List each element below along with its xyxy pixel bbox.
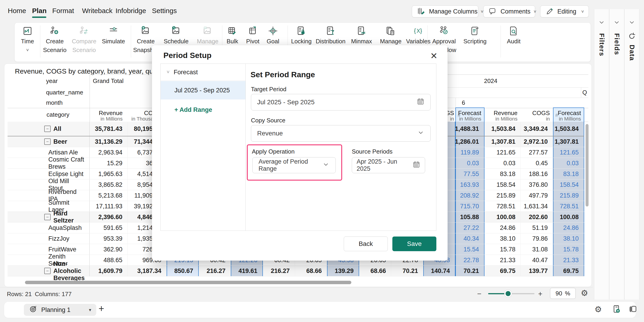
value-cell[interactable]: 79.86 bbox=[521, 233, 553, 244]
value-cell[interactable]: 83.18 bbox=[484, 169, 521, 179]
collapse-chevrons-icon[interactable] bbox=[624, 19, 639, 28]
value-cell[interactable]: 40.47 bbox=[521, 255, 553, 266]
editing-button[interactable]: Editing˅ bbox=[540, 6, 589, 18]
value-cell[interactable]: 100.08 bbox=[553, 212, 584, 222]
ribbon-item-distribution[interactable]: Distribution bbox=[315, 23, 346, 46]
value-cell[interactable]: 21.33 bbox=[484, 255, 521, 266]
save-button[interactable]: Save bbox=[392, 236, 436, 251]
target-period-input[interactable]: Jul 2025 - Sep 2025 bbox=[251, 94, 431, 110]
value-cell[interactable]: 70.21 bbox=[391, 266, 423, 276]
value-cell[interactable]: 497.79 bbox=[521, 190, 553, 201]
value-cell[interactable]: 0.45 bbox=[521, 158, 553, 168]
value-cell[interactable]: 2,963.94 bbox=[90, 147, 128, 158]
zoom-slider-thumb[interactable] bbox=[504, 290, 512, 297]
ribbon-item-goal[interactable]: Goal bbox=[263, 23, 283, 46]
refresh-icon[interactable] bbox=[628, 32, 636, 41]
value-cell[interactable]: 419.61 bbox=[231, 266, 263, 276]
value-cell[interactable]: 215.89 bbox=[484, 190, 521, 201]
value-cell[interactable]: 68.66 bbox=[295, 266, 327, 276]
menu-item-settings[interactable]: Settings bbox=[152, 7, 177, 15]
value-cell[interactable]: 5,213.68 bbox=[90, 190, 128, 201]
value-cell[interactable]: 1,609.79 bbox=[90, 266, 128, 276]
side-panel-tab-filters[interactable]: Filters bbox=[594, 9, 609, 300]
value-cell[interactable]: 215.89 bbox=[553, 190, 584, 201]
value-cell[interactable]: 24.86 bbox=[553, 222, 584, 233]
copy-source-select[interactable]: Revenue bbox=[251, 125, 431, 142]
apply-operation-select[interactable]: Average of Period Range bbox=[252, 157, 336, 173]
value-cell[interactable]: 1,503.84 bbox=[553, 122, 584, 136]
ribbon-item-schedule[interactable]: Schedule bbox=[161, 23, 192, 46]
row-name-cell[interactable]: FizzJoy bbox=[8, 233, 90, 244]
value-cell[interactable]: 38.10 bbox=[484, 233, 521, 244]
value-cell[interactable]: 15.78 bbox=[553, 244, 584, 254]
menu-item-format[interactable]: Format bbox=[52, 7, 74, 15]
row-name-cell[interactable]: −All bbox=[8, 122, 90, 136]
collapse-chevrons-icon[interactable] bbox=[594, 19, 609, 28]
value-cell[interactable]: 31,136.29 bbox=[90, 136, 128, 147]
value-cell[interactable]: 21.33 bbox=[553, 255, 584, 266]
value-cell[interactable]: 953.39 bbox=[90, 233, 128, 244]
value-cell[interactable]: 83.18 bbox=[553, 169, 584, 179]
value-cell[interactable]: 277.57 bbox=[521, 147, 553, 158]
row-name-cell[interactable]: −Hard Seltzer bbox=[8, 212, 90, 222]
collapse-minus-icon[interactable]: − bbox=[44, 138, 51, 145]
value-cell[interactable]: 850.67 bbox=[166, 266, 199, 276]
value-cell[interactable]: 3,865.82 bbox=[90, 180, 128, 190]
value-cell[interactable]: 3,187.34 bbox=[128, 266, 166, 276]
value-cell[interactable]: 24.86 bbox=[484, 222, 521, 233]
value-cell[interactable]: 121.65 bbox=[484, 147, 521, 158]
menu-item-infobridge[interactable]: Infobridge bbox=[116, 7, 146, 15]
source-periods-input[interactable]: Apr 2025 - Jun 2025 bbox=[352, 157, 425, 173]
zoom-out-button[interactable]: − bbox=[477, 290, 482, 298]
chevron-down-icon[interactable]: ˅ bbox=[166, 69, 170, 75]
manage-columns-button[interactable]: Manage Columns˅ bbox=[412, 6, 478, 18]
value-cell[interactable]: 31.08 bbox=[521, 244, 553, 254]
value-cell[interactable]: 15.29 bbox=[90, 158, 128, 168]
value-cell[interactable]: 362.90 bbox=[90, 244, 128, 254]
row-name-cell[interactable]: −Non-Alcoholic Beverages bbox=[8, 266, 90, 276]
value-cell[interactable]: 376.80 bbox=[521, 180, 553, 190]
value-cell[interactable]: 70.21 bbox=[456, 266, 484, 276]
ribbon-item-locking[interactable]: Locking bbox=[288, 23, 315, 46]
value-cell[interactable]: 51.19 bbox=[521, 222, 553, 233]
zoom-level-box[interactable]: 90 % bbox=[550, 288, 576, 299]
value-cell[interactable]: 216.27 bbox=[263, 266, 295, 276]
value-cell[interactable]: 100.08 bbox=[484, 212, 521, 222]
value-cell[interactable]: 163.93 bbox=[456, 180, 484, 190]
add-range-button[interactable]: + Add Range bbox=[174, 106, 212, 114]
value-cell[interactable]: 35,781.43 bbox=[90, 122, 128, 136]
horizontal-scrollbar[interactable] bbox=[25, 281, 351, 284]
collapse-minus-icon[interactable]: − bbox=[44, 126, 51, 132]
vertical-scrollbar[interactable] bbox=[586, 124, 588, 206]
sheet-tab-planning-1[interactable]: Planning 1 ▾ bbox=[24, 304, 96, 316]
menu-item-plan[interactable]: Plan bbox=[32, 7, 46, 15]
value-cell[interactable]: 208.92 bbox=[456, 190, 484, 201]
value-cell[interactable]: 1,307.81 bbox=[484, 136, 521, 147]
value-cell[interactable]: 69.75 bbox=[553, 266, 584, 276]
value-cell[interactable]: 715.70 bbox=[456, 201, 484, 212]
ribbon-item-simulate[interactable]: Simulate bbox=[99, 23, 128, 46]
value-cell[interactable]: 2,396.60 bbox=[90, 212, 128, 222]
value-cell[interactable]: 140.74 bbox=[423, 266, 456, 276]
value-cell[interactable]: 3,349.24 bbox=[521, 122, 553, 136]
sidebar-item-selected-range[interactable]: Jul 2025 - Sep 2025 bbox=[161, 81, 246, 100]
value-cell[interactable]: 105.88 bbox=[456, 212, 484, 222]
ribbon-item-audit[interactable]: Audit bbox=[500, 23, 527, 46]
value-cell[interactable]: 0.03 bbox=[456, 158, 484, 168]
value-cell[interactable]: 77.55 bbox=[456, 169, 484, 179]
row-name-cell[interactable]: Cosmic Craft Brews bbox=[8, 158, 90, 168]
value-cell[interactable]: 216.27 bbox=[199, 266, 231, 276]
value-cell[interactable]: 1,488.31 bbox=[456, 122, 484, 136]
side-panel-tab-data[interactable]: Data bbox=[624, 9, 640, 300]
ribbon-item-pivot[interactable]: Pivot bbox=[243, 23, 263, 46]
value-cell[interactable]: 202.60 bbox=[521, 212, 553, 222]
value-cell[interactable]: 22.78 bbox=[456, 255, 484, 266]
value-cell[interactable]: 119.89 bbox=[456, 147, 484, 158]
sheet-settings-gear-icon[interactable]: ⚙ bbox=[581, 288, 588, 298]
value-cell[interactable]: 158.54 bbox=[484, 180, 521, 190]
comments-button[interactable]: Comments˅ bbox=[483, 6, 535, 18]
value-cell[interactable]: 15.78 bbox=[484, 244, 521, 254]
value-cell[interactable]: 1,286.01 bbox=[456, 136, 484, 147]
value-cell[interactable]: 0.03 bbox=[484, 158, 521, 168]
collapse-chevrons-icon[interactable] bbox=[610, 19, 624, 28]
